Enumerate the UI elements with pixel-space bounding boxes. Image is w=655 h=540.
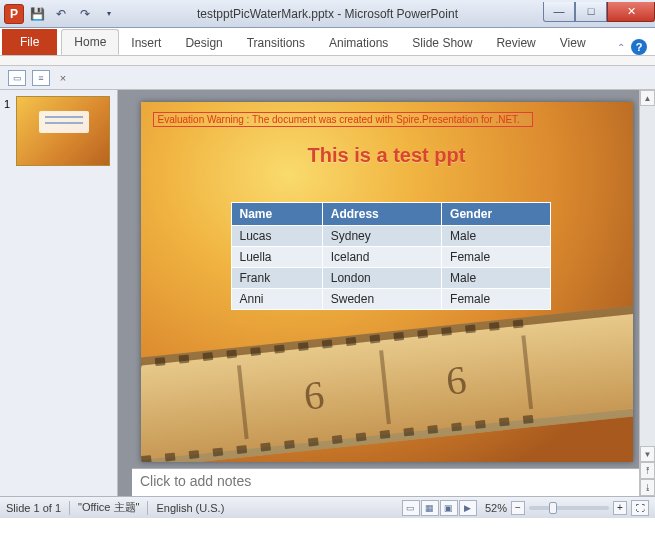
window-buttons: — □ ✕	[543, 6, 655, 22]
maximize-button[interactable]: □	[575, 2, 607, 22]
th-address[interactable]: Address	[322, 203, 441, 226]
window-titlebar: P 💾 ↶ ↷ ▾ testpptPicWaterMark.pptx - Mic…	[0, 0, 655, 28]
qat-customize-icon[interactable]: ▾	[98, 3, 120, 25]
slide-canvas[interactable]: 66 Evaluation Warning : The document was…	[141, 102, 633, 462]
sorter-view-icon[interactable]: ▦	[421, 500, 439, 516]
slide-canvas-wrap: 66 Evaluation Warning : The document was…	[118, 90, 655, 468]
redo-icon[interactable]: ↷	[74, 3, 96, 25]
tab-insert[interactable]: Insert	[119, 31, 173, 55]
table-row[interactable]: AnniSwedenFemale	[231, 289, 550, 310]
slides-outline-toolbar: ▭ ≡ ×	[0, 66, 655, 90]
quick-access-toolbar: P 💾 ↶ ↷ ▾	[0, 3, 120, 25]
main-area: 1 66 Evaluation Warning : The document w…	[0, 90, 655, 496]
slide-editor: 66 Evaluation Warning : The document was…	[118, 90, 655, 496]
ribbon-strip	[0, 56, 655, 66]
normal-view-icon[interactable]: ▭	[402, 500, 420, 516]
zoom-out-button[interactable]: −	[511, 501, 525, 515]
notes-pane[interactable]: Click to add notes	[132, 468, 641, 496]
table-row[interactable]: LucasSydneyMale	[231, 226, 550, 247]
status-theme[interactable]: "Office 主题"	[78, 500, 139, 515]
app-letter: P	[10, 7, 18, 21]
status-slide-number[interactable]: Slide 1 of 1	[6, 502, 61, 514]
th-name[interactable]: Name	[231, 203, 322, 226]
save-icon[interactable]: 💾	[26, 3, 48, 25]
slide-thumbnail-1[interactable]	[16, 96, 110, 166]
thumb-number: 1	[4, 98, 10, 110]
scroll-down-icon[interactable]: ▼	[640, 446, 655, 462]
tab-file[interactable]: File	[2, 29, 57, 55]
status-bar: Slide 1 of 1 "Office 主题" English (U.S.) …	[0, 496, 655, 518]
minimize-button[interactable]: —	[543, 2, 575, 22]
film-digit: 6	[240, 350, 390, 439]
ribbon-minimize-icon[interactable]: ⌃	[617, 42, 625, 53]
tab-design[interactable]: Design	[173, 31, 234, 55]
zoom-slider-thumb[interactable]	[549, 502, 557, 514]
slide-thumbnails-panel[interactable]: 1	[0, 90, 118, 496]
fit-to-window-icon[interactable]: ⛶	[631, 500, 649, 516]
outline-tab-icon[interactable]: ≡	[32, 70, 50, 86]
scroll-up-icon[interactable]: ▲	[640, 90, 655, 106]
tab-home[interactable]: Home	[61, 29, 119, 55]
reading-view-icon[interactable]: ▣	[440, 500, 458, 516]
zoom-level[interactable]: 52%	[485, 502, 507, 514]
ribbon-tabs: File Home Insert Design Transitions Anim…	[0, 28, 655, 56]
thumb-table-preview	[39, 111, 89, 133]
tab-view[interactable]: View	[548, 31, 598, 55]
undo-icon[interactable]: ↶	[50, 3, 72, 25]
next-slide-icon[interactable]: ⭳	[640, 479, 655, 496]
slides-tab-icon[interactable]: ▭	[8, 70, 26, 86]
table-row[interactable]: FrankLondonMale	[231, 268, 550, 289]
slide-table[interactable]: Name Address Gender LucasSydneyMale Luel…	[231, 202, 551, 310]
film-digit: 6	[383, 335, 533, 424]
close-pane-icon[interactable]: ×	[56, 72, 70, 84]
zoom-controls: 52% − + ⛶	[485, 500, 649, 516]
table-row[interactable]: LuellaIcelandFemale	[231, 247, 550, 268]
prev-slide-icon[interactable]: ⭱	[640, 462, 655, 479]
help-icon[interactable]: ?	[631, 39, 647, 55]
tab-animations[interactable]: Animations	[317, 31, 400, 55]
slide-title[interactable]: This is a test ppt	[141, 144, 633, 167]
close-button[interactable]: ✕	[607, 2, 655, 22]
slideshow-view-icon[interactable]: ▶	[459, 500, 477, 516]
table-header-row: Name Address Gender	[231, 203, 550, 226]
zoom-slider[interactable]	[529, 506, 609, 510]
zoom-in-button[interactable]: +	[613, 501, 627, 515]
tab-slideshow[interactable]: Slide Show	[400, 31, 484, 55]
view-buttons: ▭ ▦ ▣ ▶	[402, 500, 477, 516]
tab-review[interactable]: Review	[484, 31, 547, 55]
tab-transitions[interactable]: Transitions	[235, 31, 317, 55]
status-language[interactable]: English (U.S.)	[156, 502, 224, 514]
vertical-scrollbar[interactable]: ▲ ▼ ⭱ ⭳	[639, 90, 655, 496]
th-gender[interactable]: Gender	[442, 203, 550, 226]
powerpoint-app-icon[interactable]: P	[4, 4, 24, 24]
film-strip-graphic: 66	[141, 302, 633, 462]
evaluation-warning: Evaluation Warning : The document was cr…	[153, 112, 533, 127]
